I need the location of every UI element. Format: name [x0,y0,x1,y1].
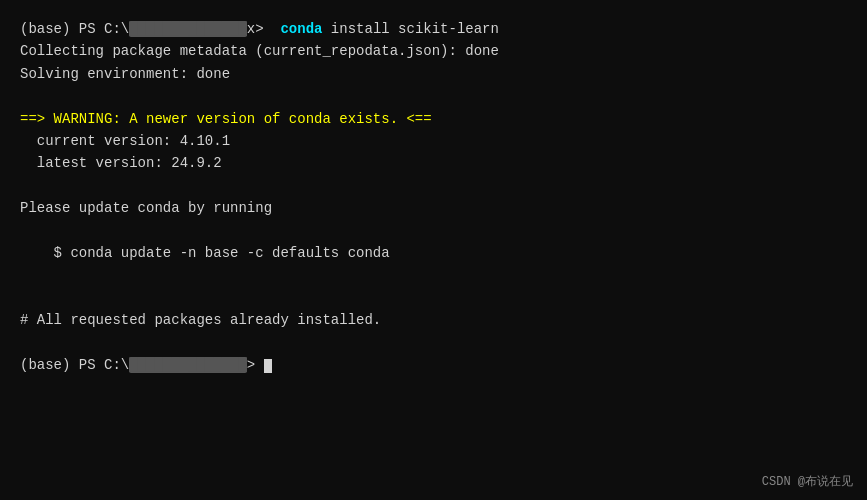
terminal-line-4-empty [20,85,847,107]
prompt-path-blurred-2: ██████ ████ ██ [129,357,247,373]
terminal-line-11: $ conda update -n base -c defaults conda [20,242,847,264]
command-rest-1: install scikit-learn [322,21,498,37]
terminal-window: (base) PS C:\██████ ████ ██x> conda inst… [0,0,867,500]
terminal-line-7: latest version: 24.9.2 [20,152,847,174]
terminal-line-6: current version: 4.10.1 [20,130,847,152]
prompt-path-blurred-1: ██████ ████ ██ [129,21,247,37]
watermark: CSDN @布说在见 [762,473,853,490]
terminal-line-2: Collecting package metadata (current_rep… [20,40,847,62]
terminal-line-15-empty [20,331,847,353]
terminal-line-3: Solving environment: done [20,63,847,85]
conda-command-1: conda [280,21,322,37]
terminal-cursor [264,359,272,373]
terminal-line-13-empty [20,287,847,309]
prompt-prefix-1: (base) PS C:\ [20,21,129,37]
terminal-line-14: # All requested packages already install… [20,309,847,331]
prompt-suffix-1: x> [247,21,281,37]
terminal-line-1: (base) PS C:\██████ ████ ██x> conda inst… [20,18,847,40]
terminal-line-9: Please update conda by running [20,197,847,219]
prompt-suffix-2: > [247,357,264,373]
terminal-line-8-empty [20,175,847,197]
terminal-line-12-empty [20,264,847,286]
terminal-line-10-empty [20,220,847,242]
terminal-line-16-prompt: (base) PS C:\██████ ████ ██> [20,354,847,376]
terminal-line-5-warning: ==> WARNING: A newer version of conda ex… [20,108,847,130]
prompt-prefix-2: (base) PS C:\ [20,357,129,373]
